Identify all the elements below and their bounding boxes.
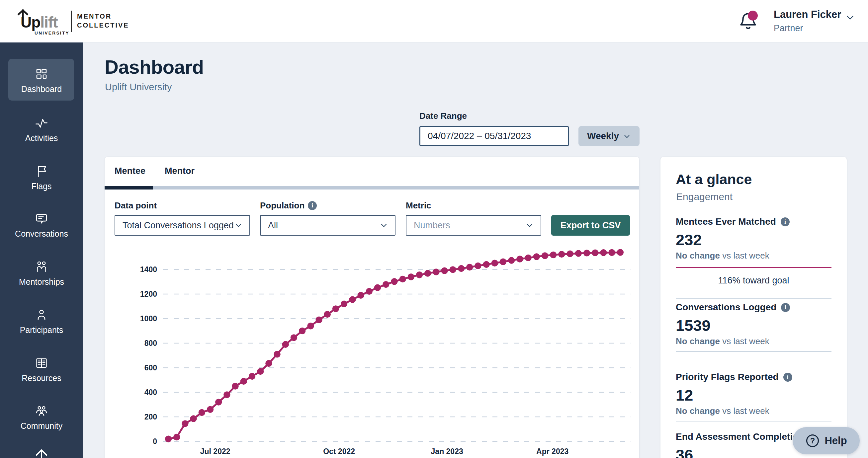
export-csv-button[interactable]: Export to CSV [551, 215, 630, 236]
data-point[interactable] [324, 311, 331, 318]
data-point[interactable] [240, 378, 247, 385]
data-point[interactable] [257, 368, 264, 375]
logo-divider [71, 11, 72, 32]
role-tabs: MenteeMentor [115, 166, 194, 178]
data-point[interactable] [525, 255, 531, 261]
data-point[interactable] [424, 270, 431, 276]
data-point[interactable] [357, 292, 364, 299]
data-point[interactable] [575, 250, 582, 257]
sidebar-scroll-up-button[interactable] [32, 445, 51, 458]
data-point[interactable] [207, 406, 214, 413]
sidebar-item-community[interactable]: Community [0, 396, 83, 439]
sidebar-item-participants[interactable]: Participants [0, 300, 83, 343]
data-point[interactable] [190, 415, 196, 422]
data-point-select[interactable]: Total Conversations Logged [115, 215, 250, 236]
help-button[interactable]: ? Help [793, 427, 860, 454]
data-point[interactable] [416, 271, 423, 278]
data-point[interactable] [491, 260, 498, 266]
data-point[interactable] [408, 273, 414, 280]
data-point[interactable] [307, 323, 314, 329]
metric-change: No change vs last week [676, 336, 832, 347]
brand-university-label: UNIVERSITY [34, 31, 69, 35]
data-point[interactable] [282, 341, 289, 348]
data-point[interactable] [232, 383, 239, 389]
data-point[interactable] [474, 263, 481, 269]
activities-icon [34, 116, 49, 130]
user-role-label: Partner [774, 23, 803, 34]
sidebar-item-dashboard[interactable]: Dashboard [0, 59, 83, 102]
data-point[interactable] [483, 261, 490, 268]
data-point[interactable] [315, 317, 322, 323]
select-value: All [268, 220, 278, 231]
interval-dropdown[interactable]: Weekly [579, 126, 640, 146]
data-point[interactable] [516, 256, 523, 262]
sidebar-item-mentorships[interactable]: Mentorships [0, 252, 83, 295]
data-point[interactable] [608, 249, 615, 256]
data-point[interactable] [332, 305, 339, 312]
population-select[interactable]: All [260, 215, 396, 236]
info-icon[interactable]: i [781, 218, 789, 226]
data-point[interactable] [558, 251, 565, 258]
data-point[interactable] [165, 435, 172, 442]
data-point[interactable] [173, 434, 180, 440]
data-point[interactable] [533, 253, 540, 260]
sidebar-item-label: Dashboard [21, 84, 62, 94]
data-point[interactable] [617, 249, 624, 256]
metric-card: Priority Flags Reported i 12 No change v… [676, 372, 832, 422]
data-point[interactable] [441, 267, 447, 274]
sidebar-item-conversations[interactable]: Conversations [0, 203, 83, 247]
chart-filters: Export to CSV Data point Total Conversat… [104, 200, 639, 243]
conversations-line-chart[interactable]: 0200400600800100012001400Jul 2022Oct 202… [104, 245, 639, 458]
data-point[interactable] [592, 249, 598, 256]
data-point[interactable] [391, 278, 398, 285]
data-point[interactable] [450, 266, 456, 273]
date-range-input[interactable]: 04/07/2022 – 05/31/2023 [420, 126, 569, 146]
data-point[interactable] [541, 252, 548, 259]
data-point[interactable] [500, 258, 506, 265]
data-point[interactable] [583, 250, 590, 256]
sidebar-item-flags[interactable]: Flags [0, 156, 83, 199]
data-point[interactable] [290, 334, 297, 341]
tab-mentor[interactable]: Mentor [165, 166, 194, 178]
y-axis-tick-label: 600 [145, 363, 157, 372]
info-icon[interactable]: i [781, 303, 790, 312]
data-point[interactable] [265, 360, 272, 367]
filter-label: Population [260, 200, 305, 211]
x-axis-tick-label: Jul 2022 [200, 447, 230, 456]
data-point[interactable] [274, 351, 280, 357]
info-icon[interactable]: i [783, 373, 792, 382]
chevron-down-icon [234, 221, 243, 230]
metric-label: Mentees Ever Matched [676, 217, 776, 227]
notifications-bell-button[interactable] [739, 11, 761, 33]
page-subtitle: Uplift University [105, 81, 172, 93]
sidebar-item-activities[interactable]: Activities [0, 108, 83, 151]
data-point[interactable] [198, 409, 205, 416]
y-axis-tick-label: 800 [145, 339, 157, 348]
metric-select[interactable]: Numbers [406, 215, 541, 236]
data-point[interactable] [458, 265, 465, 272]
data-point[interactable] [433, 268, 439, 275]
data-point[interactable] [374, 285, 381, 291]
data-point[interactable] [508, 257, 515, 263]
data-point[interactable] [341, 300, 347, 307]
data-point[interactable] [466, 264, 473, 270]
data-point[interactable] [399, 276, 406, 283]
chevron-down-icon[interactable] [845, 12, 855, 23]
data-point[interactable] [215, 399, 222, 405]
sidebar-item-resources[interactable]: Resources [0, 348, 83, 391]
data-point[interactable] [550, 252, 557, 258]
user-menu-name[interactable]: Lauren Ficker [774, 9, 841, 21]
data-point[interactable] [382, 281, 389, 288]
data-point[interactable] [349, 296, 355, 303]
data-point[interactable] [600, 249, 607, 256]
date-range-label: Date Range [420, 111, 467, 121]
data-point[interactable] [299, 328, 306, 334]
conversations-icon [34, 212, 49, 226]
tab-mentee[interactable]: Mentee [115, 166, 146, 178]
data-point[interactable] [249, 373, 255, 380]
data-point[interactable] [566, 250, 573, 257]
info-icon[interactable]: i [308, 201, 317, 210]
data-point[interactable] [223, 391, 230, 398]
data-point[interactable] [182, 420, 188, 427]
data-point[interactable] [366, 288, 373, 295]
